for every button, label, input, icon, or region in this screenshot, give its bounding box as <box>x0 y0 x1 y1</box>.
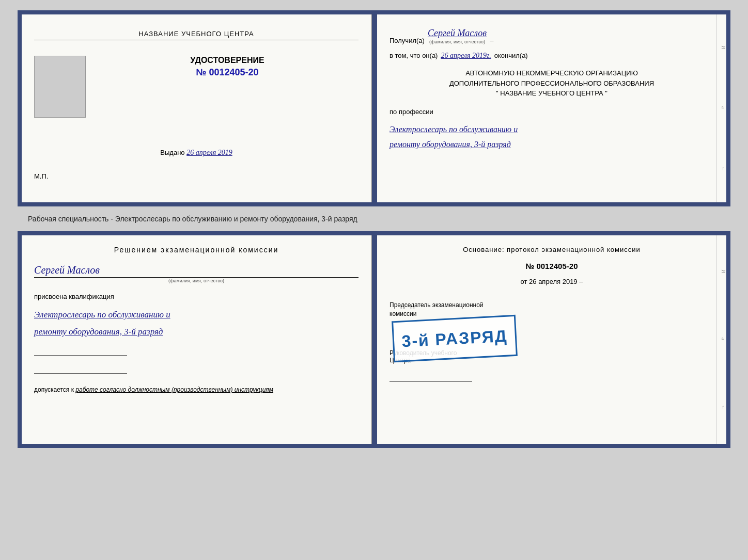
page-right-1: Получил(а) Сергей Маслов (фамилия, имя, … <box>377 14 726 202</box>
sidebar-char-3: ← <box>716 166 726 171</box>
vydano-date: 26 апреля 2019 <box>186 149 232 156</box>
ot-date: от 26 апреля 2019 – <box>389 278 714 285</box>
qualification-block: Электрослесарь по обслуживанию и ремонту… <box>34 306 359 340</box>
signature-line-1 <box>34 355 127 356</box>
cert-issued: Выдано 26 апреля 2019 <box>34 149 359 157</box>
vtom-line: в том, что он(а) 26 апреля 2019г. окончи… <box>389 52 714 60</box>
resheniyem-title: Решением экзаменационной комиссии <box>34 246 359 254</box>
po-professii-label: по профессии <box>389 108 714 116</box>
spine-divider-2 <box>372 235 377 444</box>
right-sidebar-2: И а ← <box>716 235 726 444</box>
vydano-label: Выдано <box>160 149 184 156</box>
sidebar-char-2: а <box>716 106 726 108</box>
ot-date-value: 26 апреля 2019 <box>529 278 578 285</box>
profession-line2: ремонту оборудования, 3-й разряд <box>389 138 714 151</box>
page2-right: Основание: протокол экзаменационной коми… <box>377 235 726 444</box>
person-name-handwritten: Сергей Маслов <box>34 264 100 276</box>
dash-2: – <box>579 278 583 285</box>
mp-label: М.П. <box>34 172 48 180</box>
person-name-block: Сергей Маслов (фамилия, имя, отчество) <box>34 264 359 283</box>
org-block: АВТОНОМНУЮ НЕКОММЕРЧЕСКУЮ ОРГАНИЗАЦИЮ ДО… <box>389 68 714 99</box>
fio-subtitle: (фамилия, имя, отчество) <box>34 278 359 283</box>
org-line3: " НАЗВАНИЕ УЧЕБНОГО ЦЕНТРА " <box>389 88 714 99</box>
ot-label: от <box>521 278 527 285</box>
name-subtitle-1: (фамилия, имя, отчество) <box>429 39 485 44</box>
sidebar-char-1: И <box>716 45 726 49</box>
page2-left: Решением экзаменационной комиссии Сергей… <box>22 235 372 444</box>
predsedatel-label: Председатель экзаменационной комиссии <box>389 301 714 318</box>
sidebar-char-5: а <box>716 338 726 340</box>
vtom-date: 26 апреля 2019г. <box>441 52 491 60</box>
spine-divider-1 <box>372 14 377 202</box>
predsedatel-text: Председатель экзаменационной комиссии <box>389 301 714 318</box>
received-name: Сергей Маслов <box>428 28 487 39</box>
document-container: НАЗВАНИЕ УЧЕБНОГО ЦЕНТРА УДОСТОВЕРЕНИЕ №… <box>18 10 730 448</box>
dopuskaetsya-value: работе согласно должностным (производств… <box>75 386 273 393</box>
page-left-1: НАЗВАНИЕ УЧЕБНОГО ЦЕНТРА УДОСТОВЕРЕНИЕ №… <box>22 14 372 202</box>
received-label: Получил(а) <box>389 37 425 44</box>
udostoverenie-label: УДОСТОВЕРЕНИЕ <box>96 56 359 65</box>
okonchil-label: окончил(а) <box>494 52 528 59</box>
qualification-line2: ремонту оборудования, 3-й разряд <box>34 325 359 340</box>
sidebar-char-6: ← <box>716 405 726 410</box>
cert-middle: УДОСТОВЕРЕНИЕ № 0012405-20 <box>34 56 359 128</box>
certificate-book-1: НАЗВАНИЕ УЧЕБНОГО ЦЕНТРА УДОСТОВЕРЕНИЕ №… <box>18 10 730 206</box>
received-line: Получил(а) Сергей Маслов (фамилия, имя, … <box>389 28 714 44</box>
osnovanie-text: Основание: протокол экзаменационной коми… <box>389 246 714 253</box>
prisvoena-text: присвоена квалификация <box>34 293 359 300</box>
profession-block: Электрослесарь по обслуживанию и ремонту… <box>389 121 714 151</box>
certificate-book-2: Решением экзаменационной комиссии Сергей… <box>18 231 730 448</box>
dopuskaetsya-text: допускается к работе согласно должностны… <box>34 386 359 393</box>
dash-1: – <box>490 37 493 44</box>
middle-text: Рабочая специальность - Электрослесарь п… <box>18 215 357 223</box>
right-sidebar-1: И а ← <box>716 14 726 202</box>
cert-number-1: № 0012405-20 <box>96 67 359 78</box>
org-line1: АВТОНОМНУЮ НЕКОММЕРЧЕСКУЮ ОРГАНИЗАЦИЮ <box>389 68 714 78</box>
school-title-1: НАЗВАНИЕ УЧЕБНОГО ЦЕНТРА <box>34 30 359 40</box>
org-line2: ДОПОЛНИТЕЛЬНОГО ПРОФЕССИОНАЛЬНОГО ОБРАЗО… <box>389 78 714 89</box>
dopuskaetsya-label: допускается к <box>34 386 74 393</box>
cert-left-inner: НАЗВАНИЕ УЧЕБНОГО ЦЕНТРА УДОСТОВЕРЕНИЕ №… <box>34 25 359 180</box>
qualification-line1: Электрослесарь по обслуживанию и <box>34 308 359 323</box>
photo-placeholder <box>34 56 86 118</box>
fio-line <box>34 277 359 278</box>
profession-line1: Электрослесарь по обслуживанию и <box>389 123 714 136</box>
cert-text-center: УДОСТОВЕРЕНИЕ № 0012405-20 <box>96 56 359 128</box>
sig-line-right <box>389 381 472 382</box>
signature-line-2 <box>34 373 127 374</box>
sidebar-char-4: И <box>716 269 726 273</box>
stamp-text: 3-й РАЗРЯД <box>401 326 508 351</box>
vtom-label: в том, что он(а) <box>389 52 438 59</box>
protocol-number: № 0012405-20 <box>389 262 714 270</box>
stamp-box: 3-й РАЗРЯД <box>392 315 518 362</box>
